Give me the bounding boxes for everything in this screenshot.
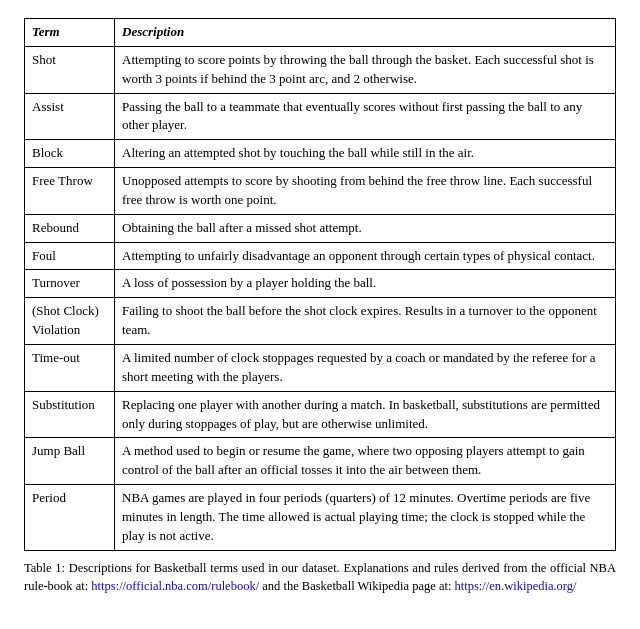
cell-description: Passing the ball to a teammate that even… — [115, 93, 616, 140]
cell-term: Jump Ball — [25, 438, 115, 485]
cell-description: A loss of possession by a player holding… — [115, 270, 616, 298]
table-row: AssistPassing the ball to a teammate tha… — [25, 93, 616, 140]
cell-description: A limited number of clock stoppages requ… — [115, 344, 616, 391]
cell-term: (Shot Clock)Violation — [25, 298, 115, 345]
cell-term: Time-out — [25, 344, 115, 391]
caption-middle: and the Basketball Wikipedia page at: — [259, 579, 454, 593]
table-row: ShotAttempting to score points by throwi… — [25, 46, 616, 93]
cell-term: Foul — [25, 242, 115, 270]
cell-term: Turnover — [25, 270, 115, 298]
cell-description: Attempting to score points by throwing t… — [115, 46, 616, 93]
cell-term: Assist — [25, 93, 115, 140]
cell-term: Shot — [25, 46, 115, 93]
caption-link1[interactable]: https://official.nba.com/rulebook/ — [91, 579, 259, 593]
cell-term: Period — [25, 485, 115, 551]
cell-term: Substitution — [25, 391, 115, 438]
table-row: Free ThrowUnopposed attempts to score by… — [25, 168, 616, 215]
table-row: (Shot Clock)ViolationFailing to shoot th… — [25, 298, 616, 345]
table-row: PeriodNBA games are played in four perio… — [25, 485, 616, 551]
table-row: Jump BallA method used to begin or resum… — [25, 438, 616, 485]
cell-term: Free Throw — [25, 168, 115, 215]
header-term: Term — [25, 19, 115, 47]
cell-description: A method used to begin or resume the gam… — [115, 438, 616, 485]
cell-description: NBA games are played in four periods (qu… — [115, 485, 616, 551]
table-header-row: Term Description — [25, 19, 616, 47]
table-row: BlockAltering an attempted shot by touch… — [25, 140, 616, 168]
table-row: SubstitutionReplacing one player with an… — [25, 391, 616, 438]
cell-description: Failing to shoot the ball before the sho… — [115, 298, 616, 345]
cell-term: Block — [25, 140, 115, 168]
cell-description: Altering an attempted shot by touching t… — [115, 140, 616, 168]
basketball-terms-table: Term Description ShotAttempting to score… — [24, 18, 616, 551]
table-row: ReboundObtaining the ball after a missed… — [25, 214, 616, 242]
cell-description: Unopposed attempts to score by shooting … — [115, 168, 616, 215]
cell-term: Rebound — [25, 214, 115, 242]
cell-description: Obtaining the ball after a missed shot a… — [115, 214, 616, 242]
table-row: TurnoverA loss of possession by a player… — [25, 270, 616, 298]
table-row: FoulAttempting to unfairly disadvantage … — [25, 242, 616, 270]
caption-link2[interactable]: https://en.wikipedia.org/ — [455, 579, 577, 593]
table-row: Time-outA limited number of clock stoppa… — [25, 344, 616, 391]
header-description: Description — [115, 19, 616, 47]
cell-description: Attempting to unfairly disadvantage an o… — [115, 242, 616, 270]
cell-description: Replacing one player with another during… — [115, 391, 616, 438]
table-caption: Table 1: Descriptions for Basketball ter… — [24, 559, 616, 597]
